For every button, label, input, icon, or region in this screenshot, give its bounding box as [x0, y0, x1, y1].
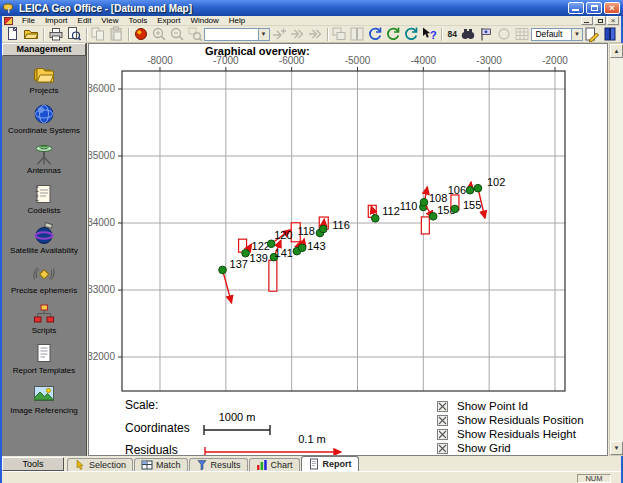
- menu-window[interactable]: Window: [185, 16, 223, 25]
- toolbar-button-process-loop2[interactable]: [384, 26, 402, 42]
- tab-results-icon: [196, 459, 208, 471]
- toolbar-button-print[interactable]: [47, 26, 65, 42]
- mdi-minimize-button[interactable]: [581, 16, 593, 25]
- point-106[interactable]: 106: [448, 182, 474, 196]
- win-cascade-icon: [331, 26, 347, 42]
- application-window: LEICA Geo Office - [Datum and Map] × Fil…: [0, 0, 623, 483]
- point-155[interactable]: 155: [451, 195, 481, 213]
- sidebar-item-projects[interactable]: Projects: [2, 62, 86, 95]
- management-header[interactable]: Management: [2, 43, 86, 56]
- printer-icon: [48, 26, 64, 42]
- point-120[interactable]: 120: [267, 223, 300, 248]
- scroll-down-button[interactable]: ▼: [610, 441, 623, 455]
- toolbar-separator: [327, 28, 328, 41]
- y-tick-label: 33000: [89, 284, 115, 295]
- residuals-scale-text: 0.1 m: [298, 433, 326, 445]
- app-icon: [3, 2, 15, 14]
- toolbar-button-copy: [89, 26, 107, 42]
- point-143[interactable]: 143: [298, 239, 325, 252]
- toolbar-button-point-id[interactable]: 84: [445, 26, 460, 42]
- point-dot: [242, 249, 250, 257]
- residuals-label: Residuals: [125, 443, 178, 456]
- close-button[interactable]: ×: [604, 2, 620, 14]
- sidebar-item-scripts[interactable]: Scripts: [2, 302, 86, 335]
- toolbar-button-datum-map[interactable]: [132, 26, 150, 42]
- view-template-combobox[interactable]: Default▼: [531, 28, 583, 41]
- scroll-up-button[interactable]: ▲: [610, 44, 623, 58]
- menu-export[interactable]: Export: [152, 16, 185, 25]
- point-110[interactable]: 110: [400, 187, 430, 234]
- toolbar-button-open[interactable]: [22, 26, 40, 42]
- toolbar-button-process-loop3[interactable]: [402, 26, 420, 42]
- sidebar-item-precise-ephemeris[interactable]: Precise ephemeris: [2, 262, 86, 295]
- sidebar-item-satellite-availability[interactable]: Satellite Availability: [2, 222, 86, 255]
- checkbox-show-residuals-position[interactable]: [437, 415, 448, 426]
- toolbar-button-edit-template[interactable]: [583, 26, 601, 42]
- x-tick-label: -5000: [345, 55, 371, 66]
- point-112[interactable]: 112: [368, 205, 400, 222]
- checkbox-row-show-point-id: Show Point Id: [437, 399, 584, 413]
- mdi-close-button[interactable]: ×: [607, 16, 619, 25]
- tab-strip: Tools SelectionMatchResultsChartReport: [2, 456, 621, 471]
- checkbox-show-residuals-height[interactable]: [437, 429, 448, 440]
- sidebar-item-image-referencing[interactable]: Image Referencing: [2, 382, 86, 415]
- chevron-down-icon[interactable]: ▼: [258, 29, 269, 40]
- flag-person-icon: [478, 26, 494, 42]
- tab-chart[interactable]: Chart: [249, 458, 300, 471]
- document-icon[interactable]: [4, 17, 13, 25]
- combobox-value: Default: [535, 29, 562, 39]
- minimize-button[interactable]: [568, 2, 584, 14]
- toolbar-button-zoom-out: [168, 26, 186, 42]
- vertical-scrollbar[interactable]: ▲ ▼: [609, 43, 623, 456]
- tools-panel-button[interactable]: Tools: [2, 457, 64, 471]
- x-tick-label: -4000: [411, 55, 437, 66]
- menu-tools[interactable]: Tools: [124, 16, 153, 25]
- toolbar-button-find[interactable]: [459, 26, 477, 42]
- toolbar-button-context-help[interactable]: ?: [420, 26, 438, 42]
- checkbox-show-grid[interactable]: [437, 443, 448, 454]
- tab-selection[interactable]: Selection: [67, 458, 133, 471]
- management-panel: Management ProjectsCoordinate SystemsAnt…: [2, 43, 87, 456]
- chevron-down-icon[interactable]: ▼: [571, 29, 582, 40]
- toolbar-button-print-preview[interactable]: [65, 26, 83, 42]
- sidebar-item-label: Coordinate Systems: [8, 127, 80, 135]
- toolbar: ▼?84Default▼: [2, 26, 621, 43]
- toolbar-button-flag[interactable]: [477, 26, 495, 42]
- toolbar-button-zoom-in: [150, 26, 168, 42]
- circle-icon: [496, 26, 512, 42]
- tab-match[interactable]: Match: [134, 458, 188, 471]
- sidebar-item-label: Antennas: [27, 167, 61, 175]
- sidebar-item-antennas[interactable]: Antennas: [2, 142, 86, 175]
- restore-button[interactable]: [586, 2, 602, 14]
- menu-edit[interactable]: Edit: [73, 16, 97, 25]
- point-116[interactable]: 116: [319, 217, 350, 233]
- tab-label: Results: [211, 460, 241, 470]
- checkbox-row-show-grid: Show Grid: [437, 441, 584, 455]
- point-137[interactable]: 137: [219, 258, 248, 303]
- checkbox-show-point-id[interactable]: [437, 401, 448, 412]
- satellite-icon: [32, 222, 56, 246]
- mdi-restore-button[interactable]: [594, 16, 606, 25]
- template-icon: [32, 342, 56, 366]
- menu-view[interactable]: View: [96, 16, 123, 25]
- toolbar-button-new[interactable]: [4, 26, 22, 42]
- search-combobox[interactable]: ▼: [204, 28, 269, 41]
- menu-help[interactable]: Help: [224, 16, 250, 25]
- binoculars-icon: [460, 26, 476, 42]
- tab-results[interactable]: Results: [189, 458, 248, 471]
- menu-file[interactable]: File: [17, 16, 40, 25]
- menu-import[interactable]: Import: [40, 16, 73, 25]
- point-id-label: 122: [252, 240, 270, 252]
- win-tile-icon: [349, 26, 365, 42]
- sidebar-item-coordinate-systems[interactable]: Coordinate Systems: [2, 102, 86, 135]
- tab-label: Selection: [89, 460, 126, 470]
- toolbar-button-process-loop1[interactable]: [366, 26, 384, 42]
- sidebar-item-report-templates[interactable]: Report Templates: [2, 342, 86, 375]
- point-102[interactable]: 102: [474, 176, 505, 218]
- tab-report[interactable]: Report: [301, 456, 359, 471]
- sidebar-item-label: Codelists: [28, 207, 61, 215]
- point-id-label: 118: [297, 225, 315, 237]
- point-141[interactable]: 141: [275, 241, 301, 259]
- sidebar-item-codelists[interactable]: Codelists: [2, 182, 86, 215]
- toolbar-button-columns[interactable]: [601, 26, 619, 42]
